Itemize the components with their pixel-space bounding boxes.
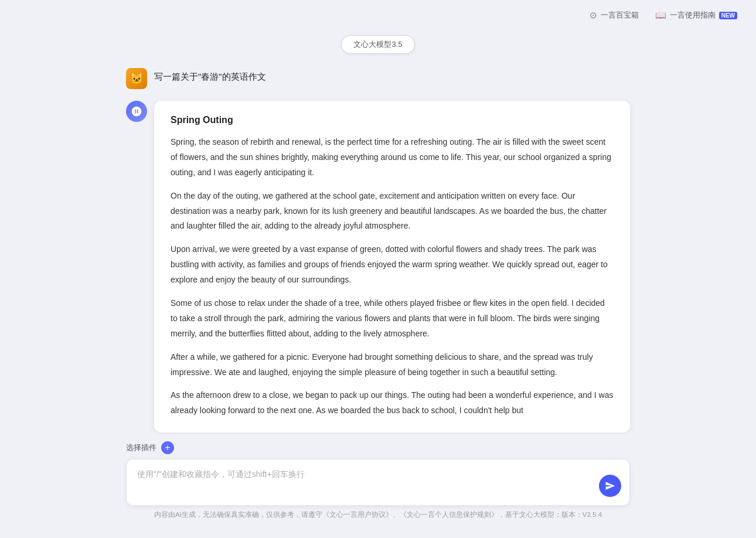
avatar-emoji: 🐱 [130,72,143,85]
essay-para-5: After a while, we gathered for a picnic.… [171,350,614,380]
essay-para-4: Some of us chose to relax under the shad… [171,296,614,342]
essay-para-3: Upon arrival, we were greeted by a vast … [171,242,614,288]
essay-title: Spring Outing [171,115,614,125]
ai-message: Spring Outing Spring, the season of rebi… [126,101,630,433]
nav-guide[interactable]: ⊙ 一言百宝箱 [590,10,639,21]
essay-para-6: As the afternoon drew to a close, we beg… [171,388,614,418]
user-prompt-text: 写一篇关于"春游"的英语作文 [154,68,266,83]
footer-text: 内容由AI生成，无法确保真实准确，仅供参考，请遵守《文心一言用户协议》、《文心一… [154,510,602,519]
guide-icon: ⊙ [590,10,597,21]
book-icon: 📖 [655,10,666,21]
send-icon [605,481,615,491]
ai-logo-icon [131,105,142,117]
top-nav: ⊙ 一言百宝箱 📖 一言使用指南 NEW [0,0,756,30]
manual-label: 一言使用指南 [670,10,716,21]
send-button[interactable] [599,475,621,497]
input-box-wrap: 使用"/"创建和收藏指令，可通过shift+回车换行 [126,459,630,506]
plugin-add-button[interactable]: + [161,441,174,454]
model-badge: 文心大模型3.5 [341,35,414,54]
ai-avatar [126,101,147,122]
input-area: 选择插件 + 使用"/"创建和收藏指令，可通过shift+回车换行 内容由AI生… [0,434,756,538]
user-avatar: 🐱 [126,68,147,89]
guide-label: 一言百宝箱 [601,10,639,21]
essay-para-1: Spring, the season of rebirth and renewa… [171,135,614,181]
conversation: 🐱 写一篇关于"春游"的英语作文 Spring Outing Spring, t… [126,68,630,433]
user-message: 🐱 写一篇关于"春游"的英语作文 [126,68,630,89]
new-badge: NEW [719,12,737,19]
essay-para-2: On the day of the outing, we gathered at… [171,189,614,234]
plugin-label: 选择插件 [126,442,156,453]
plugin-bar: 选择插件 + [126,441,630,454]
ai-content-box: Spring Outing Spring, the season of rebi… [154,101,630,433]
model-badge-wrap: 文心大模型3.5 [341,35,414,54]
nav-manual[interactable]: 📖 一言使用指南 NEW [655,10,737,21]
